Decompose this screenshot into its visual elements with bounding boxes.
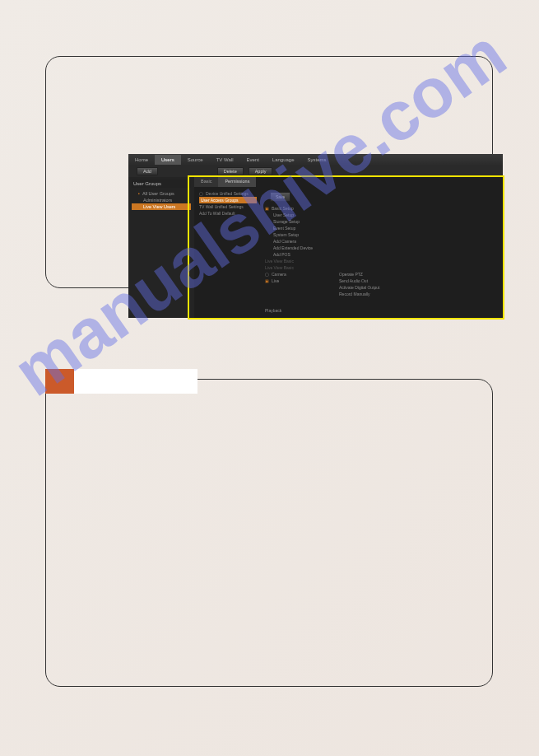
col-live-opts: Operate PTZ Send Audio Out Activate Digi… (339, 190, 405, 315)
tree-title: User Groups (132, 180, 191, 188)
opt-device-unified[interactable]: Device Unified Settings (199, 190, 257, 197)
opt-user-access[interactable]: User Access Groups (199, 197, 257, 203)
perm-add-pos[interactable]: Add POS (265, 251, 331, 258)
perm-camera[interactable]: Camera (265, 271, 331, 278)
subtab-basic[interactable]: Basic (194, 177, 218, 187)
perm-live[interactable]: Live (265, 278, 331, 284)
screenshot-card-2: Home Users Source TV Wall Event Language… (45, 379, 493, 687)
section-accent (45, 369, 74, 394)
screenshot-card-1: Home Users Source TV Wall Event Language… (45, 56, 493, 288)
apply-button[interactable]: Apply (249, 167, 273, 175)
opt-audio[interactable]: Send Audio Out (339, 278, 405, 284)
tab-language[interactable]: Language (266, 155, 301, 165)
app-window-permissions: Home Users Source TV Wall Event Language… (128, 154, 503, 318)
right-panel: Basic Permissions Device Unified Setting… (194, 177, 503, 318)
tab-home[interactable]: Home (128, 155, 155, 165)
tree-all-groups[interactable]: All User Groups (132, 190, 191, 197)
delete-button[interactable]: Delete (217, 167, 244, 175)
opt-add-wall-default[interactable]: Add To Wall Default (199, 210, 257, 217)
col-permissions: Save Basic Setup User Setup Storage Setu… (265, 190, 331, 315)
top-tabs: Home Users Source TV Wall Event Language… (128, 154, 503, 166)
opt-ptz[interactable]: Operate PTZ (339, 271, 405, 278)
tree-live-view-users[interactable]: Live View Users (132, 203, 191, 210)
tab-event[interactable]: Event (239, 155, 265, 165)
perm-playback[interactable]: Playback (265, 307, 331, 314)
perm-add-camera[interactable]: Add Camera (265, 238, 331, 245)
tab-source[interactable]: Source (181, 155, 210, 165)
perm-dim1: Live View Basic (265, 258, 331, 264)
section-header (45, 369, 197, 394)
perm-user-setup[interactable]: User Setup (265, 212, 331, 218)
body: User Groups All User Groups Administrato… (128, 177, 503, 318)
perm-system-setup[interactable]: System Setup (265, 231, 331, 238)
perm-basic-setup[interactable]: Basic Setup (265, 205, 331, 212)
subtab-permissions[interactable]: Permissions (218, 177, 256, 187)
toolbar: Add Delete Apply (128, 166, 503, 177)
left-tree: User Groups All User Groups Administrato… (128, 177, 194, 318)
add-button[interactable]: Add (137, 167, 158, 175)
inner-save-button[interactable]: Save (270, 192, 290, 202)
tab-users[interactable]: Users (155, 155, 181, 165)
opt-record[interactable]: Record Manually (339, 291, 405, 297)
tree-administrators[interactable]: Administrators (132, 197, 191, 203)
subtabs: Basic Permissions (194, 177, 503, 187)
col-settings: Device Unified Settings User Access Grou… (199, 190, 257, 315)
opt-tvwall-unified[interactable]: TV Wall Unified Settings (199, 203, 257, 210)
perm-event-setup[interactable]: Event Setup (265, 225, 331, 231)
perm-dim2: Live View Basic (265, 264, 331, 271)
perm-storage-setup[interactable]: Storage Setup (265, 218, 331, 225)
opt-digital-out[interactable]: Activate Digital Output (339, 284, 405, 291)
tab-tvwall[interactable]: TV Wall (210, 155, 240, 165)
tab-systems[interactable]: Systems (301, 155, 333, 165)
perm-add-ext-device[interactable]: Add Extended Device (265, 245, 331, 251)
